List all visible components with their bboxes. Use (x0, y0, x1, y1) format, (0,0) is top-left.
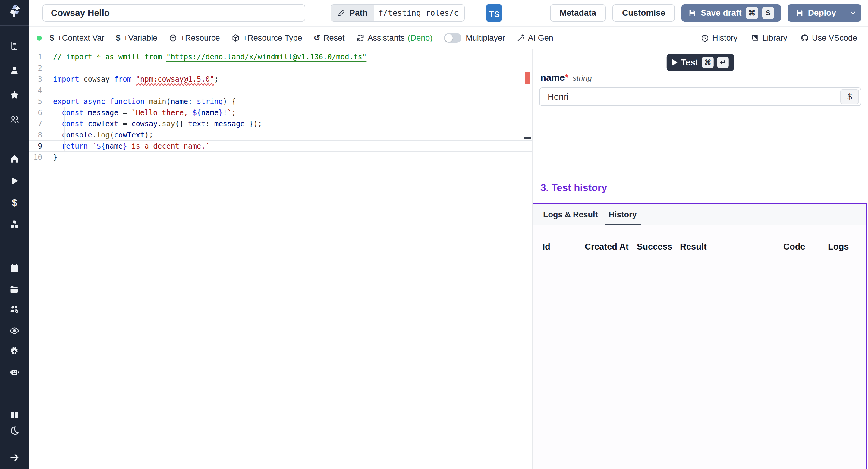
shortcut-cmd-badge: ⌘ (746, 7, 758, 19)
audit-eye-icon[interactable] (9, 325, 20, 336)
workers-robot-icon[interactable] (9, 367, 20, 378)
cursor-line-marker (524, 137, 531, 139)
save-draft-button[interactable]: Save draft ⌘ S (681, 4, 781, 22)
path-label: Path (349, 8, 368, 18)
code-line[interactable]: 1// import * as wmill from "https://deno… (29, 51, 532, 62)
star-favorites-icon[interactable] (9, 90, 20, 100)
add-context-var-button[interactable]: $ +Context Var (50, 33, 104, 43)
line-number: 5 (29, 97, 53, 106)
expand-sidebar-arrow-icon[interactable] (9, 452, 20, 463)
insert-variable-button[interactable]: $ (840, 89, 859, 104)
typescript-badge: TS (487, 4, 501, 22)
assistants-button[interactable]: Assistants (Deno) (356, 33, 433, 43)
library-book-icon (751, 34, 759, 42)
code-lines: 1// import * as wmill from "https://deno… (29, 51, 532, 163)
multiplayer-label[interactable]: Multiplayer (466, 33, 505, 43)
ai-gen-button[interactable]: AI Gen (517, 33, 553, 43)
code-line[interactable]: 3import cowsay from "npm:cowsay@1.5.0"; (29, 73, 532, 85)
field-name: name (540, 72, 565, 83)
docs-book-icon[interactable] (9, 410, 20, 421)
metadata-button[interactable]: Metadata (550, 4, 606, 22)
home-icon[interactable] (9, 153, 20, 164)
pencil-icon (337, 9, 346, 17)
customise-button[interactable]: Customise (613, 4, 675, 22)
code-line[interactable]: 7 const cowText = cowsay.say({ text: mes… (29, 118, 532, 129)
code-line[interactable]: 5export async function main(name: string… (29, 96, 532, 107)
code-line[interactable]: 8 console.log(cowText); (29, 129, 532, 140)
deploy-label: Deploy (808, 8, 836, 18)
deploy-dropdown-button[interactable] (844, 4, 861, 22)
dollar-icon: $ (116, 33, 120, 43)
col-result: Result (680, 242, 783, 252)
reset-button[interactable]: ↺ Reset (313, 33, 344, 43)
line-number: 3 (29, 75, 53, 84)
shortcut-s-badge: S (762, 7, 774, 19)
dark-mode-moon-icon[interactable] (9, 425, 20, 436)
groups-admin-icon[interactable] (9, 304, 20, 315)
test-history-title: 3. Test history (540, 182, 607, 193)
code-line[interactable]: 2 (29, 62, 532, 73)
workspace-building-icon[interactable] (9, 40, 20, 51)
use-vscode-button[interactable]: Use VScode (801, 33, 857, 43)
schedules-calendar-icon[interactable] (9, 263, 20, 274)
test-label: Test (681, 58, 698, 67)
line-number: 2 (29, 64, 53, 72)
shortcut-cmd-badge: ⌘ (702, 57, 714, 68)
overview-ruler (524, 50, 524, 469)
col-logs: Logs (828, 242, 858, 252)
test-history-panel: Logs & Result History Id Created At Succ… (532, 202, 867, 469)
resources-cubes-icon[interactable] (9, 219, 20, 230)
path-edit-button[interactable]: Path (331, 5, 374, 21)
required-marker: * (565, 72, 568, 83)
user-icon[interactable] (9, 65, 20, 76)
assistants-lang-label: (Deno) (408, 33, 433, 43)
code-line[interactable]: 9 return `${name} is a decent name.` (29, 140, 532, 152)
line-number: 8 (29, 131, 53, 139)
save-floppy-icon (795, 9, 804, 17)
add-variable-button[interactable]: $ +Variable (116, 33, 157, 43)
multiplayer-toggle[interactable] (444, 33, 461, 43)
col-success: Success (637, 242, 680, 252)
line-number: 7 (29, 120, 53, 128)
history-button[interactable]: History (701, 33, 738, 43)
code-editor[interactable]: 1// import * as wmill from "https://deno… (29, 50, 532, 469)
right-panel: Test ⌘ ↵ name* string $ 3. Test history … (532, 50, 868, 469)
save-draft-label: Save draft (701, 8, 741, 18)
history-clock-icon (701, 34, 709, 42)
library-button[interactable]: Library (751, 33, 787, 43)
path-value-input[interactable] (374, 5, 464, 21)
script-title-input[interactable] (42, 4, 305, 22)
user-group-icon[interactable] (9, 114, 20, 125)
path-group: Path (331, 4, 465, 22)
history-table: Id Created At Success Result Code Logs (533, 237, 867, 256)
folders-icon[interactable] (9, 284, 20, 295)
code-line[interactable]: 4 (29, 85, 532, 96)
name-field-input[interactable] (540, 92, 840, 102)
line-number: 1 (29, 53, 53, 61)
code-line[interactable]: 6 const message = `Hello there, ${name}!… (29, 107, 532, 118)
code-line[interactable]: 10} (29, 152, 532, 163)
variables-dollar-icon[interactable]: $ (9, 197, 20, 208)
settings-gear-icon[interactable] (9, 346, 20, 357)
rotate-ccw-icon: ↺ (313, 33, 320, 43)
tab-logs-result[interactable]: Logs & Result (538, 205, 603, 225)
line-number: 4 (29, 86, 53, 95)
runs-play-icon[interactable] (9, 176, 20, 186)
editor-toolbar: $ +Context Var $ +Variable +Resource +Re… (29, 27, 868, 50)
history-tabbar: Logs & Result History (533, 205, 867, 225)
deploy-button-group: Deploy (787, 4, 861, 22)
deploy-button[interactable]: Deploy (787, 4, 844, 22)
green-status-dot (37, 36, 42, 41)
chevron-down-icon (849, 9, 857, 17)
add-resource-type-button[interactable]: +Resource Type (231, 33, 302, 43)
line-number: 10 (29, 153, 53, 162)
tab-history[interactable]: History (603, 205, 642, 225)
field-type: string (572, 73, 592, 83)
box-icon (231, 34, 240, 42)
windmill-logo-icon[interactable] (7, 4, 22, 18)
shortcut-enter-badge: ↵ (717, 57, 729, 68)
line-number: 6 (29, 108, 53, 117)
add-resource-button[interactable]: +Resource (169, 33, 220, 43)
test-button[interactable]: Test ⌘ ↵ (666, 54, 734, 71)
refresh-icon (356, 34, 365, 42)
